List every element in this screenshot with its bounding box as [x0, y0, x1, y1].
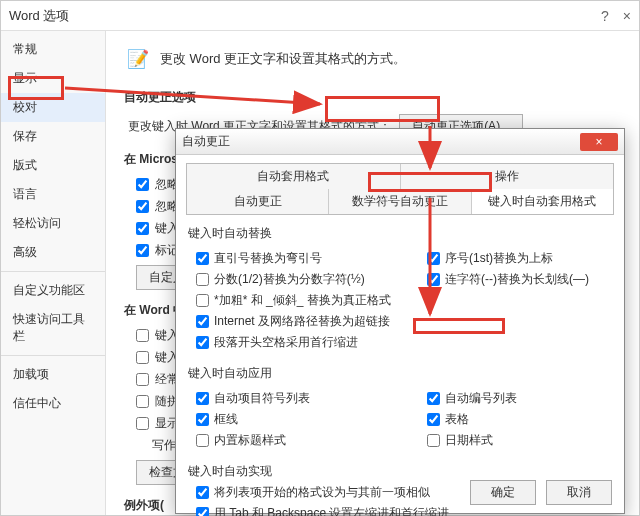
section-auto-apply: 键入时自动应用: [188, 365, 614, 382]
window-title: Word 选项: [9, 7, 601, 25]
lbl-date-style: 日期样式: [445, 432, 493, 449]
section-auto-replace: 键入时自动替换: [188, 225, 614, 242]
sidebar-item-general[interactable]: 常规: [1, 35, 105, 64]
page-heading: 更改 Word 更正文字和设置其格式的方式。: [160, 50, 406, 68]
ck-flag[interactable]: [136, 244, 149, 257]
ok-button[interactable]: 确定: [470, 480, 536, 505]
ck-numbered-lists[interactable]: [427, 392, 440, 405]
ck-p1[interactable]: [196, 486, 209, 499]
help-icon[interactable]: ?: [601, 8, 609, 24]
ck-ignore[interactable]: [136, 200, 149, 213]
close-icon[interactable]: ×: [623, 8, 631, 24]
ck-date-style[interactable]: [427, 434, 440, 447]
ck-w4[interactable]: [136, 395, 149, 408]
tab-autoformat[interactable]: 自动套用格式: [187, 164, 401, 189]
ck-w3[interactable]: [136, 373, 149, 386]
lbl-borders: 框线: [214, 411, 238, 428]
tab-row-top: 自动套用格式 操作: [186, 163, 614, 190]
sidebar-item-layout[interactable]: 版式: [1, 151, 105, 180]
sidebar-item-language[interactable]: 语言: [1, 180, 105, 209]
ck-heading-styles[interactable]: [196, 434, 209, 447]
tab-math-autocorrect[interactable]: 数学符号自动更正: [329, 189, 471, 214]
ck-w2[interactable]: [136, 351, 149, 364]
sidebar-item-proofing[interactable]: 校对: [1, 93, 105, 122]
ck-borders[interactable]: [196, 413, 209, 426]
lbl-bullets: 自动项目符号列表: [214, 390, 310, 407]
ck-tables[interactable]: [427, 413, 440, 426]
sidebar-item-advanced[interactable]: 高级: [1, 238, 105, 267]
sidebar-item-display[interactable]: 显示: [1, 64, 105, 93]
ck-p2[interactable]: [196, 507, 209, 516]
section-auto-perform: 键入时自动实现: [188, 463, 614, 480]
ck-hyperlinks[interactable]: [196, 315, 209, 328]
lbl-hyperlinks: Internet 及网络路径替换为超链接: [214, 313, 390, 330]
ck-w5[interactable]: [136, 417, 149, 430]
ck-bullets[interactable]: [196, 392, 209, 405]
group-autocorrect-title: 自动更正选项: [124, 89, 621, 106]
sidebar-item-trust[interactable]: 信任中心: [1, 389, 105, 418]
autocorrect-titlebar: 自动更正 ×: [176, 129, 624, 155]
sidebar-item-access[interactable]: 轻松访问: [1, 209, 105, 238]
ck-quotes[interactable]: [196, 252, 209, 265]
sidebar-item-addins[interactable]: 加载项: [1, 360, 105, 389]
sidebar-item-qat[interactable]: 快速访问工具栏: [1, 305, 105, 351]
ck-ordinals[interactable]: [427, 252, 440, 265]
lbl-indent: 段落开头空格采用首行缩进: [214, 334, 358, 351]
lbl-tables: 表格: [445, 411, 469, 428]
lbl-fractions: 分数(1/2)替换为分数字符(½): [214, 271, 365, 288]
autocorrect-close-button[interactable]: ×: [580, 133, 618, 151]
tab-autoformat-typing[interactable]: 键入时自动套用格式: [472, 189, 613, 214]
ck-ignoreall[interactable]: [136, 178, 149, 191]
ck-bold-italic[interactable]: [196, 294, 209, 307]
tab-row-bottom: 自动更正 数学符号自动更正 键入时自动套用格式: [186, 189, 614, 215]
titlebar: Word 选项 ? ×: [1, 1, 639, 31]
cancel-button[interactable]: 取消: [546, 480, 612, 505]
lbl-p2: 用 Tab 和 Backspace 设置左缩进和首行缩进: [214, 505, 449, 516]
lbl-bold-italic: *加粗* 和 _倾斜_ 替换为真正格式: [214, 292, 391, 309]
lbl-numbered-lists: 自动编号列表: [445, 390, 517, 407]
ck-indent[interactable]: [196, 336, 209, 349]
lbl-quotes: 直引号替换为弯引号: [214, 250, 322, 267]
ck-dashes[interactable]: [427, 273, 440, 286]
sidebar-item-save[interactable]: 保存: [1, 122, 105, 151]
ck-fractions[interactable]: [196, 273, 209, 286]
autocorrect-dialog: 自动更正 × 自动套用格式 操作 自动更正 数学符号自动更正 键入时自动套用格式…: [175, 128, 625, 514]
ck-w1[interactable]: [136, 329, 149, 342]
heading-icon: 📝: [124, 45, 152, 73]
sidebar: 常规 显示 校对 保存 版式 语言 轻松访问 高级 自定义功能区 快速访问工具栏…: [1, 31, 106, 515]
lbl-heading-styles: 内置标题样式: [214, 432, 286, 449]
lbl-p1: 将列表项开始的格式设为与其前一项相似: [214, 484, 430, 501]
tab-autocorrect[interactable]: 自动更正: [187, 189, 329, 214]
ck-typein[interactable]: [136, 222, 149, 235]
autocorrect-title: 自动更正: [182, 133, 580, 150]
tab-actions[interactable]: 操作: [401, 164, 614, 189]
sidebar-item-ribbon[interactable]: 自定义功能区: [1, 276, 105, 305]
lbl-ordinals: 序号(1st)替换为上标: [445, 250, 553, 267]
lbl-dashes: 连字符(--)替换为长划线(—): [445, 271, 589, 288]
